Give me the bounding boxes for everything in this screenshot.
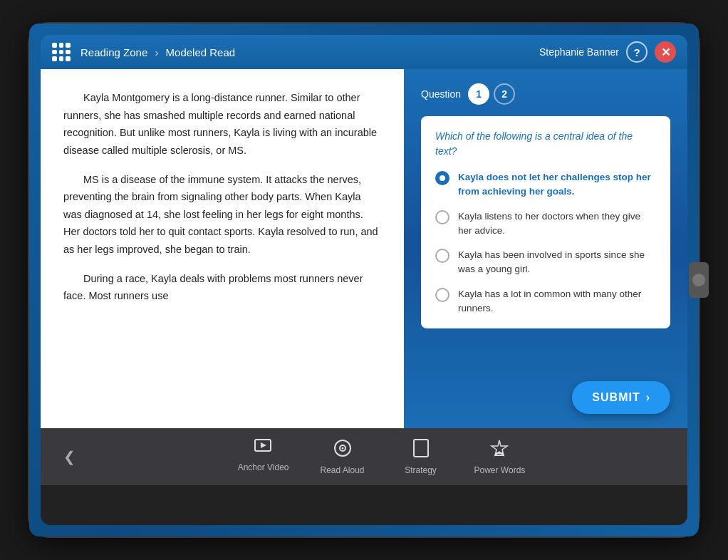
toolbar-chevron-icon[interactable]: ❮	[52, 442, 87, 471]
answer-text-d: Kayla has a lot in common with many othe…	[458, 287, 656, 316]
submit-area: SUBMIT ›	[421, 367, 670, 414]
answer-option-b[interactable]: Kayla listens to her doctors when they g…	[435, 209, 656, 239]
anchor-video-icon	[254, 439, 273, 459]
question-tab-1[interactable]: 1	[468, 83, 489, 105]
submit-arrow-icon: ›	[646, 391, 650, 404]
reading-paragraph-1: Kayla Montgomery is a long-distance runn…	[63, 89, 381, 160]
strategy-label: Strategy	[405, 465, 437, 475]
close-button[interactable]: ✕	[655, 41, 676, 63]
svg-point-4	[341, 447, 343, 449]
radio-d[interactable]	[435, 288, 449, 302]
toolbar-item-strategy[interactable]: Strategy	[396, 439, 446, 475]
power-words-label: Power Words	[474, 465, 526, 475]
radio-c[interactable]	[435, 249, 449, 263]
read-aloud-label: Read Aloud	[320, 465, 364, 475]
tablet-frame: Reading Zone › Modeled Read Stephanie Ba…	[29, 24, 699, 536]
answer-option-d[interactable]: Kayla has a lot in common with many othe…	[435, 287, 656, 316]
toolbar-items: Anchor Video Read Aloud	[87, 439, 676, 475]
reading-paragraph-3: During a race, Kayla deals with problems…	[63, 270, 381, 305]
strategy-icon	[413, 439, 429, 462]
app-grid-icon[interactable]	[52, 43, 71, 61]
question-label: Question	[421, 88, 461, 100]
main-content: Kayla Montgomery is a long-distance runn…	[41, 69, 687, 428]
answer-text-a: Kayla does not let her challenges stop h…	[458, 170, 656, 199]
toolbar-item-anchor-video[interactable]: Anchor Video	[238, 439, 289, 475]
read-aloud-icon	[333, 439, 352, 462]
breadcrumb-part2: Modeled Read	[166, 46, 236, 58]
header-right: Stephanie Banner ? ✕	[539, 41, 676, 63]
radio-b[interactable]	[435, 210, 449, 224]
tablet-screen: Reading Zone › Modeled Read Stephanie Ba…	[41, 35, 687, 525]
answer-text-c: Kayla has been involved in sports since …	[458, 248, 656, 277]
toolbar-item-read-aloud[interactable]: Read Aloud	[318, 439, 368, 475]
toolbar: ❮ Anchor Video	[41, 428, 687, 485]
question-text: Which of the following is a central idea…	[435, 129, 656, 159]
radio-a[interactable]	[435, 171, 449, 185]
question-tab-2[interactable]: 2	[494, 83, 515, 105]
reading-pane: Kayla Montgomery is a long-distance runn…	[41, 69, 404, 428]
svg-marker-1	[261, 442, 266, 448]
power-words-icon	[490, 439, 509, 462]
breadcrumb: Reading Zone › Modeled Read	[80, 46, 539, 58]
reading-paragraph-2: MS is a disease of the immune system. It…	[63, 171, 381, 259]
answer-option-a[interactable]: Kayla does not let her challenges stop h…	[435, 170, 656, 199]
breadcrumb-part1: Reading Zone	[80, 46, 147, 58]
answer-option-c[interactable]: Kayla has been involved in sports since …	[435, 248, 656, 277]
submit-button[interactable]: SUBMIT ›	[572, 381, 670, 414]
username-label: Stephanie Banner	[539, 46, 619, 58]
question-card: Which of the following is a central idea…	[421, 116, 670, 328]
svg-rect-5	[414, 440, 428, 457]
question-pane: Question 1 2 Which of the following is a…	[404, 69, 687, 428]
submit-label: SUBMIT	[592, 391, 640, 404]
bottom-area	[41, 485, 687, 525]
header-bar: Reading Zone › Modeled Read Stephanie Ba…	[41, 35, 687, 69]
toolbar-item-power-words[interactable]: Power Words	[474, 439, 526, 475]
answer-text-b: Kayla listens to her doctors when they g…	[458, 209, 656, 239]
breadcrumb-separator: ›	[155, 46, 161, 58]
question-tabs: Question 1 2	[421, 83, 670, 105]
help-button[interactable]: ?	[626, 41, 648, 63]
anchor-video-label: Anchor Video	[238, 462, 289, 472]
